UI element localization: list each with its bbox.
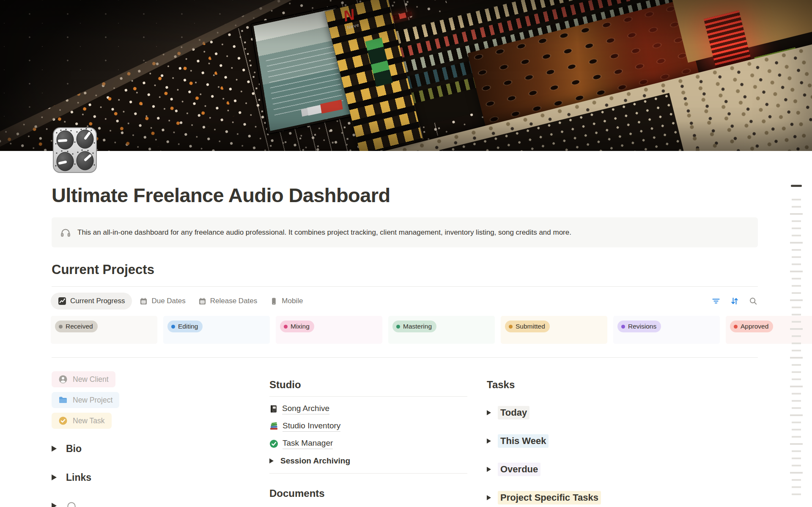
chart-view-icon bbox=[58, 297, 66, 305]
toggle-partial[interactable] bbox=[52, 498, 250, 507]
status-dot bbox=[59, 325, 63, 329]
new-task-button[interactable]: New Task bbox=[52, 413, 112, 429]
headphones-icon bbox=[60, 227, 71, 238]
section-heading-documents: Documents bbox=[269, 488, 467, 499]
toggle-triangle-icon[interactable] bbox=[269, 458, 274, 463]
tab-label: Mobile bbox=[282, 297, 303, 305]
status-label: Mixing bbox=[291, 323, 310, 330]
folder-icon bbox=[58, 395, 68, 405]
tab-label: Release Dates bbox=[210, 297, 258, 305]
studio-links: Song Archive Studio Inventory Task Manag… bbox=[269, 403, 467, 467]
tab-label: Current Progress bbox=[70, 297, 125, 305]
status-dot bbox=[509, 325, 513, 329]
page-link-song-archive[interactable]: Song Archive bbox=[269, 403, 467, 415]
outline-marks-wide[interactable] bbox=[790, 213, 803, 501]
toggle-today[interactable]: Today bbox=[487, 406, 685, 419]
status-label: Approved bbox=[741, 323, 768, 330]
toggle-label: Today bbox=[498, 406, 529, 419]
toggle-bio[interactable]: Bio bbox=[52, 441, 250, 456]
toggle-label: This Week bbox=[498, 434, 549, 448]
notebook-icon bbox=[269, 405, 278, 413]
toggle-triangle-icon[interactable] bbox=[487, 467, 491, 472]
status-dot bbox=[734, 325, 738, 329]
board-column-mixing[interactable]: Mixing bbox=[276, 316, 382, 344]
board-column-editing[interactable]: Editing bbox=[163, 316, 270, 344]
toggle-label: Project Specific Tasks bbox=[498, 491, 601, 504]
divider bbox=[52, 286, 758, 287]
status-label: Submitted bbox=[516, 323, 545, 330]
notion-page: NNeve bbox=[0, 0, 812, 507]
section-heading-tasks: Tasks bbox=[487, 379, 685, 391]
search-icon[interactable] bbox=[749, 296, 758, 306]
board-column-received[interactable]: Received bbox=[51, 316, 157, 344]
tab-mobile[interactable]: Mobile bbox=[270, 297, 303, 305]
new-client-button[interactable]: New Client bbox=[52, 371, 115, 387]
page-icon-control-knobs[interactable] bbox=[52, 127, 98, 173]
person-icon bbox=[58, 375, 68, 384]
toggle-this-week[interactable]: This Week bbox=[487, 435, 685, 447]
check-mark-green-icon bbox=[269, 439, 278, 448]
status-label: Mastering bbox=[403, 323, 432, 330]
toggle-project-specific-tasks[interactable]: Project Specific Tasks bbox=[487, 491, 685, 504]
books-icon bbox=[269, 422, 278, 431]
toggle-triangle-icon[interactable] bbox=[52, 503, 57, 507]
outline-current-mark[interactable] bbox=[791, 185, 802, 187]
middle-column: Studio Song Archive Studio In bbox=[269, 370, 467, 499]
cover-image[interactable]: NNeve bbox=[0, 0, 812, 151]
calendar-icon bbox=[140, 297, 148, 305]
view-tabs: Current Progress Due Dates bbox=[52, 293, 758, 310]
divider bbox=[269, 473, 467, 474]
toggle-session-archiving[interactable]: Session Archiving bbox=[269, 455, 467, 467]
callout: This an all-in-one dashboard for any fre… bbox=[52, 217, 758, 247]
section-heading-current-projects: Current Projects bbox=[52, 262, 154, 277]
toggle-triangle-icon[interactable] bbox=[487, 410, 491, 415]
link-label: Studio Inventory bbox=[283, 421, 340, 432]
new-project-button[interactable]: New Project bbox=[52, 392, 119, 408]
callout-text: This an all-in-one dashboard for any fre… bbox=[77, 228, 571, 237]
divider bbox=[269, 396, 467, 397]
sort-icon[interactable] bbox=[730, 296, 739, 306]
status-dot bbox=[396, 325, 400, 329]
tab-label: Due Dates bbox=[151, 297, 185, 305]
board-column-revisions[interactable]: Revisions bbox=[613, 316, 720, 344]
toggle-label: Links bbox=[66, 472, 91, 483]
button-label: New Task bbox=[73, 417, 105, 425]
toggle-triangle-icon[interactable] bbox=[487, 495, 491, 500]
tab-release-dates[interactable]: Release Dates bbox=[198, 297, 258, 305]
view-toolbar bbox=[711, 296, 758, 306]
filter-icon[interactable] bbox=[711, 296, 721, 306]
section-heading-studio: Studio bbox=[269, 379, 467, 391]
toggle-links[interactable]: Links bbox=[52, 470, 250, 485]
status-label: Editing bbox=[178, 323, 198, 330]
status-label: Received bbox=[66, 323, 93, 330]
toggle-triangle-icon[interactable] bbox=[487, 438, 491, 444]
tab-current-progress[interactable]: Current Progress bbox=[51, 293, 132, 310]
phone-icon bbox=[270, 297, 278, 305]
toggle-triangle-icon[interactable] bbox=[52, 446, 57, 452]
headphones-emoji-icon bbox=[66, 500, 77, 507]
tab-due-dates[interactable]: Due Dates bbox=[140, 297, 185, 305]
link-label: Task Manager bbox=[283, 438, 333, 449]
button-label: New Client bbox=[73, 375, 109, 384]
right-column: Tasks Today This Week Overdue Project Sp… bbox=[487, 370, 685, 504]
toggle-triangle-icon[interactable] bbox=[52, 474, 57, 480]
status-dot bbox=[621, 325, 625, 329]
left-column: New Client New Project New Task Bio Link… bbox=[52, 370, 250, 507]
control-knobs-icon bbox=[52, 127, 98, 173]
divider bbox=[52, 357, 758, 358]
status-dot bbox=[171, 325, 175, 329]
status-dot bbox=[284, 325, 288, 329]
board-column-mastering[interactable]: Mastering bbox=[388, 316, 495, 344]
check-circle-icon bbox=[58, 416, 68, 425]
outline-scroll-strip[interactable] bbox=[789, 0, 804, 507]
page-link-task-manager[interactable]: Task Manager bbox=[269, 437, 467, 450]
toggle-label: Session Archiving bbox=[280, 456, 350, 466]
calendar-icon bbox=[198, 297, 206, 305]
status-label: Revisions bbox=[628, 323, 656, 330]
toggle-label: Overdue bbox=[498, 463, 540, 476]
board-view: Received Editing Mixing Mastering Submit… bbox=[51, 316, 812, 344]
page-link-studio-inventory[interactable]: Studio Inventory bbox=[269, 420, 467, 433]
link-label: Song Archive bbox=[282, 404, 329, 414]
board-column-submitted[interactable]: Submitted bbox=[501, 316, 607, 344]
toggle-overdue[interactable]: Overdue bbox=[487, 463, 685, 476]
